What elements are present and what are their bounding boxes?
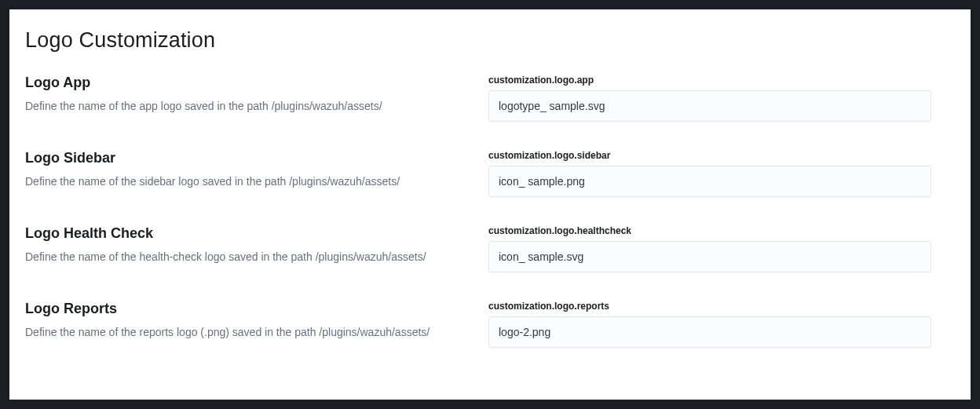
field-control-logo-sidebar: customization.logo.sidebar <box>488 150 931 197</box>
field-key-logo-reports: customization.logo.reports <box>488 301 931 312</box>
field-control-logo-healthcheck: customization.logo.healthcheck <box>488 225 931 272</box>
field-title-logo-app: Logo App <box>25 75 470 91</box>
field-desc-logo-reports: Define the name of the reports logo (.pn… <box>25 325 470 341</box>
field-title-logo-healthcheck: Logo Health Check <box>25 225 470 242</box>
field-control-logo-app: customization.logo.app <box>488 75 931 122</box>
field-info-logo-sidebar: Logo Sidebar Define the name of the side… <box>25 150 488 190</box>
field-title-logo-reports: Logo Reports <box>25 301 470 317</box>
logo-app-input[interactable] <box>488 90 931 122</box>
field-row-logo-sidebar: Logo Sidebar Define the name of the side… <box>25 150 955 197</box>
field-row-logo-reports: Logo Reports Define the name of the repo… <box>25 301 955 348</box>
field-info-logo-reports: Logo Reports Define the name of the repo… <box>25 301 488 341</box>
field-control-logo-reports: customization.logo.reports <box>488 301 931 348</box>
field-key-logo-healthcheck: customization.logo.healthcheck <box>488 225 931 236</box>
field-key-logo-app: customization.logo.app <box>488 75 931 86</box>
field-row-logo-healthcheck: Logo Health Check Define the name of the… <box>25 225 955 272</box>
logo-healthcheck-input[interactable] <box>488 241 931 272</box>
logo-reports-input[interactable] <box>488 316 931 348</box>
field-key-logo-sidebar: customization.logo.sidebar <box>488 150 931 161</box>
field-desc-logo-sidebar: Define the name of the sidebar logo save… <box>25 174 470 190</box>
settings-panel: Logo Customization Logo App Define the n… <box>9 9 971 400</box>
logo-sidebar-input[interactable] <box>488 166 931 197</box>
field-row-logo-app: Logo App Define the name of the app logo… <box>25 75 955 122</box>
field-info-logo-app: Logo App Define the name of the app logo… <box>25 75 488 115</box>
field-desc-logo-healthcheck: Define the name of the health-check logo… <box>25 250 470 265</box>
field-desc-logo-app: Define the name of the app logo saved in… <box>25 99 470 115</box>
field-info-logo-healthcheck: Logo Health Check Define the name of the… <box>25 225 488 265</box>
page-title: Logo Customization <box>25 28 955 53</box>
field-title-logo-sidebar: Logo Sidebar <box>25 150 470 166</box>
